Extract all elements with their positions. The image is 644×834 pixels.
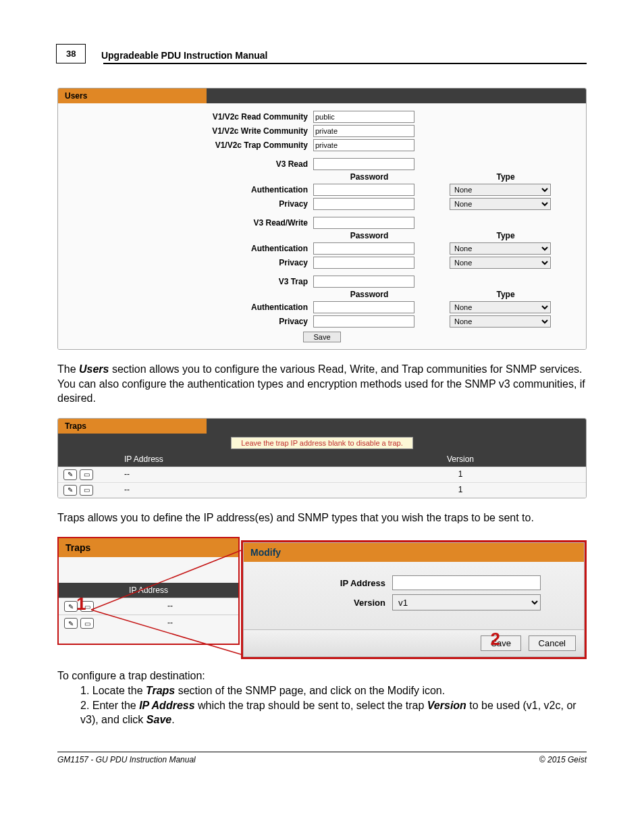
traps-hint-strip: Leave the trap IP address blank to disab… xyxy=(58,434,586,452)
trap-row: ✎ ▭ -- 1 xyxy=(58,467,586,482)
trap-version: 1 xyxy=(340,469,581,480)
page-footer: GM1157 - GU PDU Instruction Manual © 201… xyxy=(57,752,587,764)
edit-icon[interactable]: ✎ xyxy=(64,618,78,629)
v3-rw-label: V3 Read/Write xyxy=(70,218,313,228)
snmp-save-button[interactable]: Save xyxy=(303,332,340,342)
view-icon[interactable]: ▭ xyxy=(80,469,93,480)
v3-trap-input[interactable] xyxy=(313,276,414,288)
write-community-input[interactable] xyxy=(313,125,414,137)
v3rw-auth-label: Authentication xyxy=(70,244,313,253)
snmp-users-panel: Users V1/V2c Read Community V1/V2c Write… xyxy=(57,88,587,350)
instr-step-2: 2. Enter the IP Address which the trap s… xyxy=(80,698,587,727)
v3rw-priv-label: Privacy xyxy=(70,258,313,267)
traps-col-ver: Version xyxy=(340,454,581,464)
trap-row: ✎ ▭ -- 1 xyxy=(58,482,586,498)
body-paragraph-1: The Users section allows you to configur… xyxy=(57,362,587,406)
modify-version-select[interactable]: v1 xyxy=(392,594,541,610)
type-header: Type xyxy=(455,172,556,182)
traps-header-bar xyxy=(207,419,586,434)
v3-read-input[interactable] xyxy=(313,158,414,170)
edit-icon[interactable]: ✎ xyxy=(64,601,78,612)
trap-ip-callout: -- xyxy=(107,618,233,629)
users-tab: Users xyxy=(58,88,207,103)
v3read-priv-password[interactable] xyxy=(313,198,414,210)
callout-number-2: 2 xyxy=(491,629,500,650)
traps-tab: Traps xyxy=(58,419,207,434)
read-community-label: V1/V2c Read Community xyxy=(70,112,313,122)
panel-header-bar xyxy=(207,88,586,103)
trap-community-label: V1/V2c Trap Community xyxy=(70,140,313,150)
write-community-label: V1/V2c Write Community xyxy=(70,126,313,136)
modify-callout: Traps IP Address ✎ ▭ -- ✎ ▭ -- 1 Modify xyxy=(57,537,587,662)
modify-ip-label: IP Address xyxy=(257,578,392,588)
footer-right: © 2015 Geist xyxy=(539,755,587,764)
type-header-2: Type xyxy=(455,231,556,240)
v3-read-label: V3 Read xyxy=(70,159,313,169)
manual-title: Upgradeable PDU Instruction Manual xyxy=(101,50,268,61)
view-icon[interactable]: ▭ xyxy=(80,618,94,629)
password-header-2: Password xyxy=(319,231,420,240)
traps-hint: Leave the trap IP address blank to disab… xyxy=(231,437,413,449)
trap-ip: -- xyxy=(124,485,340,496)
v3trap-priv-password[interactable] xyxy=(313,315,414,328)
type-header-3: Type xyxy=(455,290,556,299)
modify-ip-input[interactable] xyxy=(392,575,541,590)
instr-lead: To configure a trap destination: xyxy=(57,670,205,681)
edit-icon[interactable]: ✎ xyxy=(63,469,77,480)
v3rw-auth-type[interactable]: None xyxy=(450,242,551,255)
read-community-input[interactable] xyxy=(313,111,414,123)
modify-cancel-button[interactable]: Cancel xyxy=(529,635,576,651)
p1-pre: The xyxy=(57,363,79,375)
traps-tab-callout: Traps xyxy=(59,538,240,557)
instructions: To configure a trap destination: 1. Loca… xyxy=(57,669,587,727)
v3-rw-input[interactable] xyxy=(313,217,414,229)
edit-icon[interactable]: ✎ xyxy=(63,485,77,496)
password-header-3: Password xyxy=(319,290,420,299)
v3trap-auth-type[interactable]: None xyxy=(450,301,551,313)
traps-col-ip: IP Address xyxy=(124,454,340,464)
traps-panel-callout: Traps IP Address ✎ ▭ -- ✎ ▭ -- 1 xyxy=(57,537,240,645)
trap-ip: -- xyxy=(124,469,340,480)
callout-number-1: 1 xyxy=(76,594,86,615)
v3read-auth-type[interactable]: None xyxy=(450,184,551,196)
body-paragraph-2: Traps allows you to define the IP addres… xyxy=(57,511,587,525)
password-header: Password xyxy=(319,172,420,182)
panel-header: Users xyxy=(58,88,586,103)
modify-dialog: Modify IP Address Version v1 2 Save Canc… xyxy=(241,540,587,659)
v3trap-priv-label: Privacy xyxy=(70,317,313,326)
v3read-auth-label: Authentication xyxy=(70,185,313,194)
header-rule xyxy=(103,63,587,64)
v3rw-priv-password[interactable] xyxy=(313,257,414,269)
v3trap-auth-label: Authentication xyxy=(70,303,313,312)
modify-save-button[interactable]: Save xyxy=(481,635,521,651)
traps-panel: Traps Leave the trap IP address blank to… xyxy=(57,418,587,498)
v3-trap-label: V3 Trap xyxy=(70,277,313,286)
v3rw-auth-password[interactable] xyxy=(313,242,414,255)
modify-version-label: Version xyxy=(257,598,392,608)
trap-ip-callout: -- xyxy=(107,601,233,612)
traps-table-header: IP Address Version xyxy=(58,452,586,467)
page-header: 38 Upgradeable PDU Instruction Manual xyxy=(56,44,587,64)
traps-body: ✎ ▭ -- 1 ✎ ▭ -- 1 xyxy=(58,467,586,498)
trap-version: 1 xyxy=(340,485,581,496)
v3read-priv-type[interactable]: None xyxy=(450,198,551,210)
v3read-priv-label: Privacy xyxy=(70,199,313,209)
v3rw-priv-type[interactable]: None xyxy=(450,257,551,269)
p1-bi: Users xyxy=(79,363,109,375)
v3trap-auth-password[interactable] xyxy=(313,301,414,313)
p1-post: section allows you to configure the vari… xyxy=(57,363,585,404)
modify-title: Modify xyxy=(244,543,584,562)
instr-step-1: 1. Locate the Traps section of the SNMP … xyxy=(80,683,587,698)
snmp-form: V1/V2c Read Community V1/V2c Write Commu… xyxy=(58,103,586,349)
v3trap-priv-type[interactable]: None xyxy=(450,315,551,328)
v3read-auth-password[interactable] xyxy=(313,184,414,196)
page-number: 38 xyxy=(56,44,86,63)
view-icon[interactable]: ▭ xyxy=(80,485,93,496)
footer-left: GM1157 - GU PDU Instruction Manual xyxy=(57,755,196,764)
trap-community-input[interactable] xyxy=(313,139,414,151)
